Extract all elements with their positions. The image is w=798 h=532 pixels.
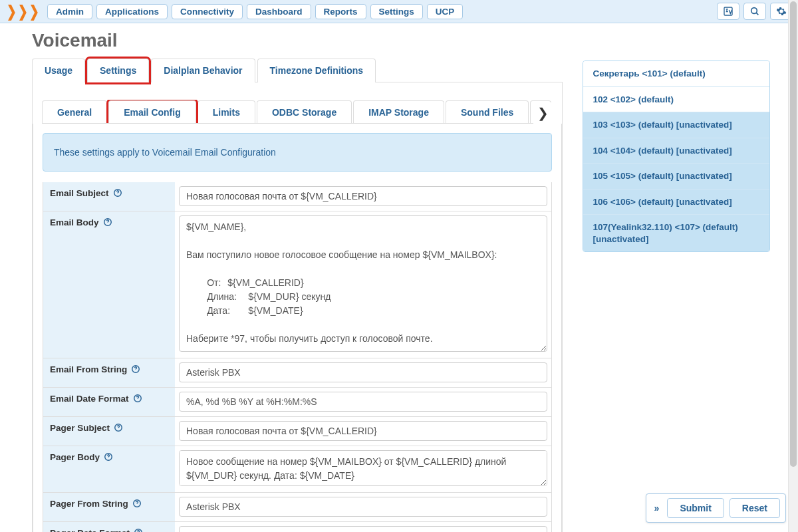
help-icon[interactable] [133,394,142,404]
subtab-imap-storage[interactable]: IMAP Storage [353,100,444,124]
mailbox-item[interactable]: 106 <106> (default) [unactivated] [583,190,769,215]
nav-applications[interactable]: Applications [96,4,168,19]
mailbox-sidebar: Секретарь <101> (default)102 <102> (defa… [583,61,770,252]
subtab-general[interactable]: General [42,100,107,124]
subtab-sound-files[interactable]: Sound Files [446,100,529,124]
help-icon[interactable] [103,217,112,227]
submit-button[interactable]: Submit [667,498,724,518]
chevron-right-icon[interactable]: ❯ [533,102,553,124]
pager-subject-input[interactable] [179,421,547,441]
label-pager-body: Pager Body [43,446,175,492]
nav-reports[interactable]: Reports [315,4,366,19]
page-title: Voicemail [32,30,785,51]
info-banner: These settings apply to Voicemail Email … [43,133,552,172]
tab-dialplan-behavior[interactable]: Dialplan Behavior [151,59,255,82]
nav-connectivity[interactable]: Connectivity [172,4,243,19]
nav-ucp[interactable]: UCP [427,4,464,19]
mailbox-item[interactable]: 103 <103> (default) [unactivated] [583,112,769,138]
sub-tabs: General Email Config Limits ODBC Storage… [42,100,553,124]
tab-settings[interactable]: Settings [87,59,149,82]
language-icon[interactable] [717,3,739,20]
label-pager-date: Pager Date Format [43,522,175,532]
search-icon[interactable] [743,3,766,20]
help-icon[interactable] [104,452,113,462]
subtab-limits[interactable]: Limits [198,100,255,124]
svg-line-2 [756,13,758,15]
email-date-input[interactable] [179,392,547,412]
label-email-from: Email From String [43,358,175,387]
label-email-body: Email Body [43,211,175,358]
action-bar: » Submit Reset [646,493,786,523]
subtab-odbc-storage[interactable]: ODBC Storage [257,100,352,124]
nav-dashboard[interactable]: Dashboard [247,4,311,19]
mailbox-item[interactable]: 104 <104> (default) [unactivated] [583,138,769,164]
pager-from-input[interactable] [179,497,547,517]
logo: ❯❯❯ [5,5,43,17]
reset-button[interactable]: Reset [730,498,780,518]
help-icon[interactable] [113,188,122,198]
mailbox-item[interactable]: 105 <105> (default) [unactivated] [583,164,769,190]
help-icon[interactable] [134,528,143,532]
collapse-icon[interactable]: » [652,501,662,515]
vertical-scrollbar[interactable] [788,0,798,532]
svg-point-1 [751,8,757,14]
label-email-date: Email Date Format [43,388,175,416]
email-body-textarea[interactable] [179,215,547,352]
pager-body-textarea[interactable] [179,450,547,486]
nav-admin[interactable]: Admin [47,4,92,19]
help-icon[interactable] [131,364,140,374]
top-nav: ❯❯❯ Admin Applications Connectivity Dash… [0,0,798,23]
subtab-email-config[interactable]: Email Config [108,100,196,124]
mailbox-item[interactable]: 107(Yealink32.110) <107> (default) [unac… [583,215,769,251]
pager-date-input[interactable] [179,526,547,532]
tab-timezone-definitions[interactable]: Timezone Definitions [257,59,376,82]
main-tabs: Usage Settings Dialplan Behavior Timezon… [32,58,563,82]
scrollbar-thumb[interactable] [790,1,797,467]
mailbox-item[interactable]: 102 <102> (default) [583,87,769,113]
email-from-input[interactable] [179,362,547,382]
label-pager-subject: Pager Subject [43,417,175,446]
label-pager-from: Pager From String [43,493,175,521]
email-subject-input[interactable] [179,186,547,206]
help-icon[interactable] [132,499,142,509]
label-email-subject: Email Subject [43,182,175,211]
nav-settings[interactable]: Settings [370,4,423,19]
tab-usage[interactable]: Usage [32,59,85,82]
mailbox-item[interactable]: Секретарь <101> (default) [583,61,769,87]
help-icon[interactable] [114,423,123,433]
